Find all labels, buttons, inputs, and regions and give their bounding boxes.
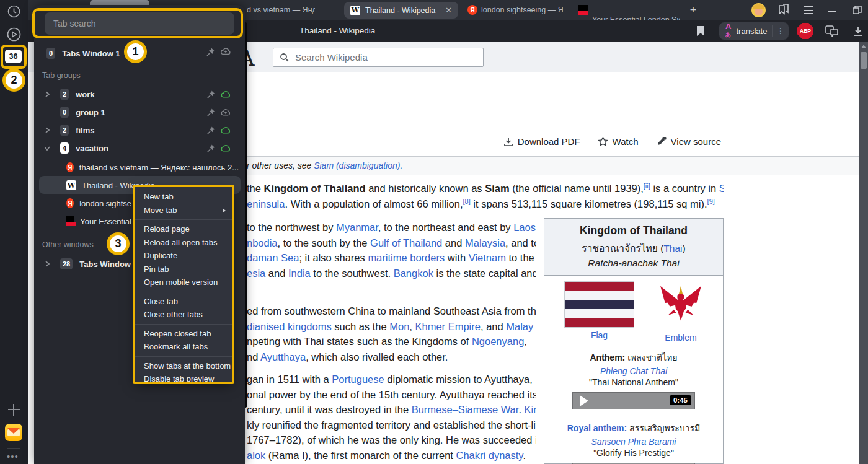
royal-anthem-name-link[interactable]: Sansoen Phra Barami (544, 437, 723, 447)
rail-more-icon[interactable]: ••• (7, 451, 19, 462)
translate-icon: Aあ (725, 22, 733, 40)
tab-search-input[interactable] (45, 12, 234, 35)
menu-item-reload-all[interactable]: Reload all open tabs (135, 236, 232, 250)
watch-button[interactable]: Watch (598, 136, 639, 147)
thailand-flag-image[interactable] (564, 281, 634, 328)
protect-extension-icon[interactable] (825, 25, 839, 37)
downloads-icon[interactable] (852, 25, 864, 37)
rail-add-icon[interactable] (8, 404, 20, 416)
tab-thailand-active[interactable]: W Thailand - Wikipedia ✕ (344, 2, 458, 19)
paragraph-line: gan in 1511 with a Portuguese diplomatic… (247, 372, 536, 387)
toolbar-divider (792, 25, 792, 37)
page-scrollbar[interactable] (859, 42, 868, 464)
menu-icon[interactable] (804, 6, 813, 14)
infobox-native-name: ราชอาณาจักรไทย (Thai) (548, 240, 719, 256)
cloud-upload-icon[interactable] (220, 108, 231, 117)
panel-tab-title: Your Essential (80, 217, 131, 226)
chevron-right-icon[interactable] (44, 126, 50, 134)
menu-item-disable-preview[interactable]: Disable tab preview (135, 372, 232, 386)
tab-london[interactable]: london sightseeing — Янд (481, 0, 563, 20)
country-infobox: Kingdom of Thailand ราชอาณาจักรไทย (Thai… (544, 218, 724, 464)
cloud-synced-icon[interactable] (220, 126, 231, 135)
group-count-badge: 2 (60, 89, 69, 100)
flag-link[interactable]: Flag (564, 330, 634, 340)
collections-icon[interactable] (777, 4, 790, 19)
menu-item-bookmark-all[interactable]: Bookmark all tabs (135, 340, 232, 354)
group-row-vacation[interactable]: 4 vacation (60, 142, 190, 154)
scrollbar-thumb[interactable] (861, 52, 867, 69)
tab-counter-badge[interactable]: 36 (5, 50, 22, 63)
panel-tab-timeout[interactable]: Your Essential (66, 215, 131, 227)
cloud-upload-icon[interactable] (220, 46, 231, 56)
menu-item-move-tab[interactable]: Move tab (135, 204, 232, 217)
menu-item-new-tab[interactable]: New tab (135, 190, 232, 204)
wikipedia-search-box[interactable] (273, 48, 484, 67)
royal-anthem-translation: "Glorify His Prestige" (544, 448, 723, 458)
avatar[interactable] (751, 3, 766, 17)
emblem-link[interactable]: Emblem (657, 333, 704, 343)
paragraph-line: daman Sea; it also shares maritime borde… (247, 250, 536, 266)
yandex-favicon: Я (66, 162, 74, 172)
pin-icon[interactable] (206, 108, 216, 117)
translate-button[interactable]: Aあ translate ⋮ (719, 22, 789, 40)
paragraph-line: to the northwest by Myanmar, to the nort… (247, 220, 536, 235)
yandex-mail-icon[interactable] (5, 424, 22, 441)
restore-icon[interactable] (852, 6, 862, 17)
menu-item-tabs-bottom[interactable]: Show tabs at the bottom (135, 359, 232, 373)
anthem-translation: "Thai National Anthem" (544, 377, 723, 387)
play-icon[interactable] (580, 395, 588, 406)
menu-item-close-other[interactable]: Close other tabs (135, 308, 232, 322)
bookmark-icon[interactable] (696, 25, 705, 37)
timeout-favicon (66, 216, 74, 226)
adblock-plus-icon[interactable]: ABP (797, 23, 813, 39)
paragraph-line: the Kingdom of Thailand and historically… (247, 181, 724, 196)
menu-item-open-mobile[interactable]: Open mobile version (135, 276, 232, 289)
scroll-up-arrow-icon[interactable] (861, 45, 866, 48)
view-source-button[interactable]: View source (656, 136, 721, 147)
chevron-down-icon[interactable] (43, 145, 51, 151)
history-icon[interactable] (7, 5, 20, 18)
menu-item-close-tab[interactable]: Close tab (135, 295, 232, 309)
wikipedia-search-input[interactable] (294, 51, 483, 63)
paragraph-borders: to the northwest by Myanmar, to the nort… (247, 220, 536, 281)
cloud-synced-icon[interactable] (220, 90, 231, 99)
minimize-icon[interactable] (828, 11, 836, 12)
active-tab-title: Thailand - Wikipedia (365, 6, 440, 15)
paragraph-line: 1767–1782), of which he was the only kin… (247, 432, 536, 448)
menu-item-reload-page[interactable]: Reload page (135, 222, 232, 236)
chevron-right-icon[interactable] (44, 260, 50, 268)
new-tab-button[interactable]: + (685, 2, 701, 18)
menu-item-pin-tab[interactable]: Pin tab (135, 263, 232, 276)
infobox-anthem-section: Anthem: เพลงชาติไทย Phleng Chat Thai "Th… (544, 346, 723, 416)
paragraph-line: esia and India to the southwest. Bangkok… (247, 266, 536, 281)
garuda-emblem-image[interactable] (657, 278, 704, 328)
tab-partial[interactable]: d vs vietnam — Янд (247, 0, 315, 20)
download-pdf-button[interactable]: Download PDF (503, 136, 580, 147)
anthem-audio-player[interactable]: 0:45 (572, 392, 695, 409)
pin-icon[interactable] (206, 47, 216, 57)
paragraph-intro: the Kingdom of Thailand and historically… (247, 181, 724, 211)
panel-tab-thailand-search[interactable]: Я thailand vs vietnam — Яндекс: нашлось … (66, 161, 239, 173)
anthem-name-link[interactable]: Phleng Chat Thai (544, 366, 723, 376)
cloud-synced-icon[interactable] (220, 144, 231, 153)
menu-item-reopen-closed[interactable]: Reopen closed tab (135, 327, 232, 341)
translate-more-icon[interactable]: ⋮ (773, 27, 789, 35)
other-windows-label: Other windows (42, 240, 94, 249)
pin-icon[interactable] (206, 126, 216, 135)
pin-icon[interactable] (206, 90, 216, 99)
group-row-films[interactable]: 2 films (60, 124, 190, 136)
menu-item-duplicate[interactable]: Duplicate (135, 249, 232, 263)
tab-groups-label: Tab groups (42, 71, 81, 80)
chevron-right-icon[interactable] (44, 90, 50, 98)
paragraph-line: nd Ayutthaya, which also rivalled each o… (247, 349, 536, 365)
group-count-badge: 2 (60, 125, 69, 136)
panel-tab-london[interactable]: Я london sightse (66, 197, 131, 209)
close-tab-icon[interactable]: ✕ (445, 6, 452, 15)
play-sessions-icon[interactable] (7, 27, 21, 42)
pin-icon[interactable] (206, 144, 216, 153)
group-row-work[interactable]: 2 work (60, 88, 190, 100)
group-row-group1[interactable]: 0 group 1 (60, 106, 190, 118)
search-icon (280, 53, 290, 63)
omnibox-title[interactable]: Thailand - Wikipedia (299, 20, 436, 42)
paragraph-line: nbodia, to the south by the Gulf of Thai… (247, 235, 536, 251)
